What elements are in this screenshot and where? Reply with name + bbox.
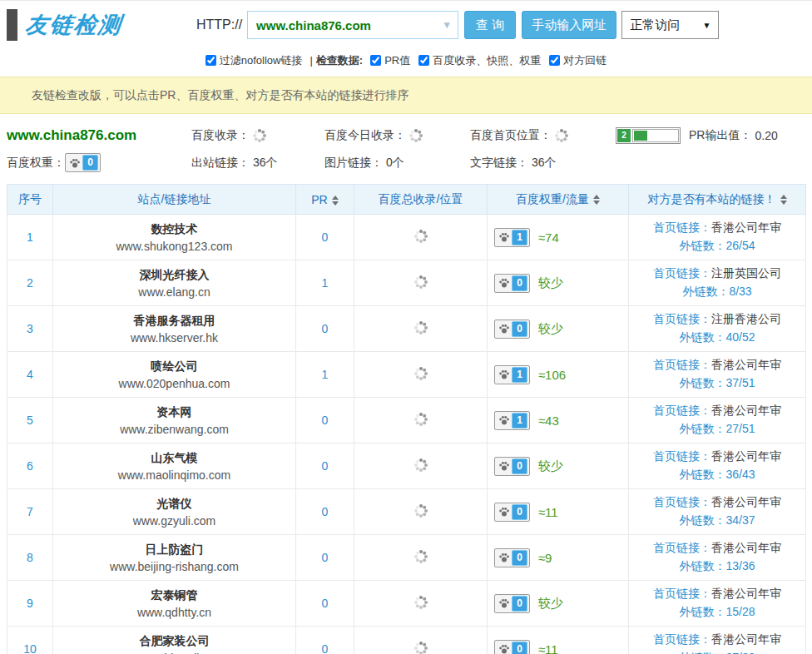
sort-icon[interactable]	[593, 195, 600, 205]
row-backlink: 首页链接：香港公司年审 外链数：34/37	[629, 489, 806, 535]
out-count-line[interactable]: 外链数：26/54	[629, 239, 805, 254]
row-seq: 1	[7, 215, 53, 260]
row-weight: 1 ≈74	[488, 215, 629, 260]
sort-icon[interactable]	[332, 196, 339, 206]
pr-value-label: PR值	[384, 53, 410, 68]
row-weight: 1 ≈43	[488, 398, 629, 443]
pr-bar-rank: 2	[617, 129, 631, 142]
baidu-data-checkbox[interactable]	[418, 55, 429, 66]
out-count-value: 15/28	[725, 605, 755, 618]
paw-icon	[498, 277, 510, 289]
row-seq: 4	[7, 352, 53, 398]
row-weight: 0 ≈11	[488, 489, 629, 535]
row-backlink: 首页链接：注册香港公司 外链数：40/52	[629, 306, 806, 352]
out-count-line[interactable]: 外链数：40/52	[629, 330, 805, 345]
loading-spinner-icon	[419, 509, 423, 513]
filter-nofollow-checkbox[interactable]	[205, 55, 216, 66]
summary-row-1: www.china876.com 百度收录： 百度今日收录： 百度首页位置： 2	[7, 121, 805, 149]
row-pr: 0	[296, 489, 354, 535]
col-header-backlink[interactable]: 对方是否有本站的链接！	[629, 185, 806, 215]
out-count-label: 外链数：	[679, 651, 725, 654]
out-count-line[interactable]: 外链数：36/43	[629, 468, 805, 483]
filter-nofollow-option[interactable]: 过滤nofollow链接	[205, 53, 303, 68]
out-count-label: 外链数：	[679, 468, 725, 481]
site-url-link[interactable]: www.qdhtty.cn	[53, 606, 295, 619]
row-pr: 1	[296, 260, 354, 306]
home-link-value: 香港公司年审	[711, 220, 781, 234]
baidu-weight-number: 0	[512, 504, 527, 520]
row-backlink: 首页链接：香港公司年审 外链数：27/51	[629, 398, 806, 443]
search-area: HTTP:// ▼ 查 询 手动输入网址 正常访问 ▼	[196, 11, 719, 39]
home-link-line: 首页链接：注册香港公司	[629, 312, 805, 327]
paw-icon	[498, 597, 510, 609]
site-url-link[interactable]: www.shukong123.com	[53, 240, 295, 253]
home-link-label: 首页链接：	[653, 312, 711, 325]
site-url-link[interactable]: www.hkserver.hk	[53, 331, 295, 344]
row-weight: 0 ≈11	[488, 627, 629, 654]
pr-output-value: 0.20	[755, 129, 777, 142]
row-pr: 0	[296, 443, 354, 489]
home-link-line: 首页链接：注册英国公司	[629, 266, 805, 281]
loading-spinner-icon	[419, 463, 423, 467]
home-link-line: 首页链接：香港公司年审	[629, 541, 805, 556]
row-seq: 2	[7, 260, 53, 306]
page: 友链检测 HTTP:// ▼ 查 询 手动输入网址 正常访问 ▼ 过滤nofol…	[0, 0, 812, 654]
col-header-weight[interactable]: 百度权重/流量	[488, 185, 629, 215]
text-links-value: 36个	[532, 156, 557, 171]
loading-spinner-icon	[414, 134, 418, 137]
row-seq: 7	[7, 489, 53, 535]
home-link-label: 首页链接：	[653, 449, 711, 463]
url-input[interactable]	[247, 11, 458, 39]
backlink-checkbox[interactable]	[549, 55, 560, 66]
site-url-link[interactable]: www.maolinqimo.com	[53, 468, 295, 482]
pr-value-option[interactable]: PR值	[370, 53, 410, 68]
access-mode-select[interactable]: 正常访问 ▼	[621, 11, 719, 39]
out-count-line[interactable]: 外链数：27/38	[629, 651, 805, 654]
baidu-weight-badge: 1	[494, 228, 530, 247]
out-count-line[interactable]: 外链数：15/28	[629, 605, 805, 620]
pr-bar-fill	[634, 131, 647, 141]
out-count-label: 外链数：	[679, 559, 725, 572]
backlink-option[interactable]: 对方回链	[549, 53, 607, 68]
out-count-line[interactable]: 外链数：37/51	[629, 376, 805, 391]
home-link-line: 首页链接：香港公司年审	[629, 220, 805, 235]
row-backlink: 首页链接：香港公司年审 外链数：36/43	[629, 443, 806, 489]
site-url-link[interactable]: www.elang.cn	[53, 285, 295, 299]
out-count-line[interactable]: 外链数：8/33	[629, 285, 805, 300]
out-count-line[interactable]: 外链数：13/36	[629, 559, 805, 574]
filter-nofollow-label: 过滤nofollow链接	[220, 53, 303, 68]
site-url-link[interactable]: www.gzyuli.com	[53, 514, 295, 528]
site-url-link[interactable]: www.020penhua.com	[53, 377, 295, 390]
query-button[interactable]: 查 询	[464, 11, 516, 39]
out-count-label: 外链数：	[679, 422, 725, 435]
sort-icon[interactable]	[780, 195, 787, 205]
paw-icon	[498, 460, 510, 472]
row-weight: 0 较少	[488, 581, 629, 627]
site-url-link[interactable]: www.ahhuadi.net	[53, 652, 295, 654]
options-separator: |	[309, 54, 312, 67]
out-count-label: 外链数：	[679, 376, 725, 389]
home-link-value: 香港公司年审	[711, 495, 781, 508]
col-header-pr[interactable]: PR	[296, 185, 354, 215]
row-baidu-status	[354, 215, 488, 260]
row-weight: 1 ≈106	[488, 352, 629, 398]
site-name: 香港服务器租用	[53, 314, 295, 329]
row-pr: 0	[296, 306, 354, 352]
http-protocol-label: HTTP://	[196, 17, 242, 32]
site-url-link[interactable]: www.zibenwang.com	[53, 423, 295, 436]
out-count-line[interactable]: 外链数：27/51	[629, 422, 805, 437]
pr-bar-track	[632, 129, 679, 142]
pr-value-checkbox[interactable]	[370, 55, 381, 66]
baidu-weight-number: 0	[512, 596, 527, 612]
traffic-estimate: ≈106	[538, 368, 566, 382]
manual-input-button[interactable]: 手动输入网址	[522, 11, 616, 39]
loading-spinner-icon	[419, 235, 423, 238]
row-site: 合肥家装公司 www.ahhuadi.net	[53, 627, 296, 654]
out-count-value: 37/51	[725, 376, 755, 389]
table-row: 3 香港服务器租用 www.hkserver.hk 0 0 较少	[7, 306, 806, 352]
home-link-value: 香港公司年审	[711, 541, 781, 554]
out-count-line[interactable]: 外链数：34/37	[629, 513, 805, 528]
site-url-link[interactable]: www.beijing-rishang.com	[53, 560, 295, 573]
baidu-data-option[interactable]: 百度收录、快照、权重	[418, 53, 541, 68]
row-pr: 0	[296, 627, 354, 654]
